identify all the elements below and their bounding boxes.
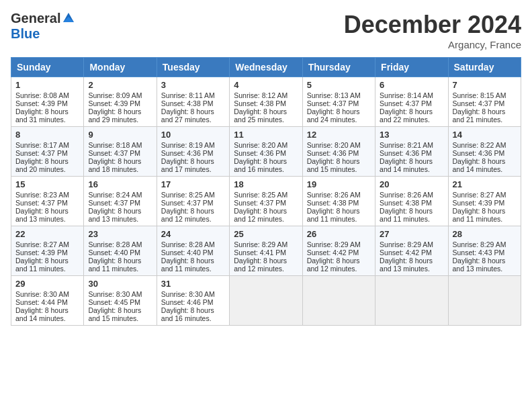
sunset-time: Sunset: 4:37 PM — [307, 99, 359, 107]
sunrise-time: Sunrise: 8:15 AM — [453, 91, 506, 99]
sunset-time: Sunset: 4:45 PM — [88, 298, 140, 306]
daylight-hours: Daylight: 8 hours and 27 minutes. — [161, 107, 214, 124]
daylight-hours: Daylight: 8 hours and 13 minutes. — [380, 257, 433, 273]
daylight-hours: Daylight: 8 hours and 18 minutes. — [88, 157, 141, 173]
table-row: 18 Sunrise: 8:25 AM Sunset: 4:37 PM Dayl… — [230, 177, 302, 226]
table-row: 11 Sunrise: 8:20 AM Sunset: 4:36 PM Dayl… — [230, 127, 302, 177]
day-number: 22 — [15, 229, 79, 239]
day-number: 20 — [380, 179, 443, 189]
sunset-time: Sunset: 4:38 PM — [380, 199, 432, 207]
sunrise-time: Sunrise: 8:14 AM — [380, 91, 433, 99]
sunrise-time: Sunrise: 8:30 AM — [15, 290, 69, 298]
table-row: 8 Sunrise: 8:17 AM Sunset: 4:37 PM Dayli… — [11, 127, 84, 177]
daylight-hours: Daylight: 8 hours and 14 minutes. — [453, 157, 506, 173]
table-row — [375, 276, 448, 326]
sunrise-time: Sunrise: 8:27 AM — [453, 191, 506, 199]
day-number: 5 — [307, 80, 371, 90]
daylight-hours: Daylight: 8 hours and 12 minutes. — [234, 257, 287, 273]
daylight-hours: Daylight: 8 hours and 13 minutes. — [15, 207, 69, 223]
day-number: 31 — [161, 279, 225, 289]
day-number: 24 — [161, 229, 225, 239]
daylight-hours: Daylight: 8 hours and 11 minutes. — [453, 207, 506, 223]
sunset-time: Sunset: 4:39 PM — [453, 199, 505, 207]
daylight-hours: Daylight: 8 hours and 16 minutes. — [234, 157, 287, 173]
sunset-time: Sunset: 4:42 PM — [307, 248, 359, 257]
daylight-hours: Daylight: 8 hours and 12 minutes. — [161, 207, 214, 223]
day-number: 7 — [453, 80, 517, 90]
sunset-time: Sunset: 4:46 PM — [161, 298, 214, 306]
day-number: 4 — [234, 80, 298, 90]
day-number: 16 — [88, 179, 152, 189]
sunrise-time: Sunrise: 8:30 AM — [88, 290, 142, 298]
sunset-time: Sunset: 4:37 PM — [161, 199, 214, 207]
day-number: 12 — [307, 130, 371, 140]
sunrise-time: Sunrise: 8:13 AM — [307, 91, 361, 99]
day-number: 21 — [453, 179, 517, 189]
day-number: 1 — [15, 80, 79, 90]
sunset-time: Sunset: 4:42 PM — [380, 248, 432, 257]
table-row: 10 Sunrise: 8:19 AM Sunset: 4:36 PM Dayl… — [157, 127, 229, 177]
daylight-hours: Daylight: 8 hours and 15 minutes. — [307, 157, 360, 173]
daylight-hours: Daylight: 8 hours and 20 minutes. — [15, 157, 69, 173]
day-number: 28 — [453, 229, 517, 239]
table-row: 17 Sunrise: 8:25 AM Sunset: 4:37 PM Dayl… — [157, 177, 229, 226]
table-row: 30 Sunrise: 8:30 AM Sunset: 4:45 PM Dayl… — [84, 276, 157, 326]
day-number: 8 — [15, 130, 79, 140]
day-number: 11 — [234, 130, 298, 140]
sunset-time: Sunset: 4:40 PM — [161, 248, 214, 257]
col-wednesday: Wednesday — [230, 58, 302, 77]
sunrise-time: Sunrise: 8:08 AM — [15, 91, 69, 99]
table-row — [448, 276, 521, 326]
table-row: 15 Sunrise: 8:23 AM Sunset: 4:37 PM Dayl… — [11, 177, 84, 226]
table-row: 3 Sunrise: 8:11 AM Sunset: 4:38 PM Dayli… — [157, 77, 229, 127]
table-row: 20 Sunrise: 8:26 AM Sunset: 4:38 PM Dayl… — [375, 177, 448, 226]
sunrise-time: Sunrise: 8:18 AM — [88, 141, 142, 149]
calendar-header-row: Sunday Monday Tuesday Wednesday Thursday… — [11, 58, 521, 77]
day-number: 23 — [88, 229, 152, 239]
calendar-week-row: 15 Sunrise: 8:23 AM Sunset: 4:37 PM Dayl… — [11, 177, 521, 226]
sunrise-time: Sunrise: 8:09 AM — [88, 91, 142, 99]
daylight-hours: Daylight: 8 hours and 12 minutes. — [234, 207, 287, 223]
table-row: 29 Sunrise: 8:30 AM Sunset: 4:44 PM Dayl… — [11, 276, 84, 326]
daylight-hours: Daylight: 8 hours and 24 minutes. — [307, 107, 360, 124]
table-row: 27 Sunrise: 8:29 AM Sunset: 4:42 PM Dayl… — [375, 226, 448, 276]
sunset-time: Sunset: 4:37 PM — [234, 199, 286, 207]
table-row: 23 Sunrise: 8:28 AM Sunset: 4:40 PM Dayl… — [84, 226, 157, 276]
sunrise-time: Sunrise: 8:28 AM — [88, 240, 142, 248]
sunset-time: Sunset: 4:37 PM — [380, 99, 432, 107]
sunset-time: Sunset: 4:38 PM — [234, 99, 286, 107]
day-number: 10 — [161, 130, 225, 140]
sunset-time: Sunset: 4:41 PM — [234, 248, 286, 257]
sunset-time: Sunset: 4:37 PM — [88, 149, 140, 157]
table-row: 26 Sunrise: 8:29 AM Sunset: 4:42 PM Dayl… — [302, 226, 375, 276]
daylight-hours: Daylight: 8 hours and 11 minutes. — [380, 207, 433, 223]
sunset-time: Sunset: 4:37 PM — [15, 199, 68, 207]
day-number: 18 — [234, 179, 298, 189]
sunrise-time: Sunrise: 8:29 AM — [234, 240, 287, 248]
sunrise-time: Sunrise: 8:11 AM — [161, 91, 215, 99]
sunrise-time: Sunrise: 8:30 AM — [161, 290, 215, 298]
sunrise-time: Sunrise: 8:23 AM — [15, 191, 69, 199]
table-row: 5 Sunrise: 8:13 AM Sunset: 4:37 PM Dayli… — [302, 77, 375, 127]
table-row: 16 Sunrise: 8:24 AM Sunset: 4:37 PM Dayl… — [84, 177, 157, 226]
sunset-time: Sunset: 4:37 PM — [15, 149, 68, 157]
table-row: 6 Sunrise: 8:14 AM Sunset: 4:37 PM Dayli… — [375, 77, 448, 127]
sunrise-time: Sunrise: 8:17 AM — [15, 141, 69, 149]
calendar-table: Sunday Monday Tuesday Wednesday Thursday… — [11, 57, 521, 326]
sunset-time: Sunset: 4:37 PM — [453, 99, 505, 107]
title-section: December 2024 Argancy, France — [344, 11, 521, 50]
daylight-hours: Daylight: 8 hours and 12 minutes. — [307, 257, 360, 273]
table-row: 28 Sunrise: 8:29 AM Sunset: 4:43 PM Dayl… — [448, 226, 521, 276]
col-thursday: Thursday — [302, 58, 375, 77]
day-number: 29 — [15, 279, 79, 289]
day-number: 26 — [307, 229, 371, 239]
daylight-hours: Daylight: 8 hours and 17 minutes. — [161, 157, 214, 173]
table-row: 13 Sunrise: 8:21 AM Sunset: 4:36 PM Dayl… — [375, 127, 448, 177]
sunrise-time: Sunrise: 8:21 AM — [380, 141, 433, 149]
sunset-time: Sunset: 4:38 PM — [161, 99, 214, 107]
sunrise-time: Sunrise: 8:24 AM — [88, 191, 142, 199]
sunrise-time: Sunrise: 8:25 AM — [161, 191, 215, 199]
sunrise-time: Sunrise: 8:25 AM — [234, 191, 287, 199]
sunset-time: Sunset: 4:40 PM — [88, 248, 140, 257]
day-number: 3 — [161, 80, 225, 90]
